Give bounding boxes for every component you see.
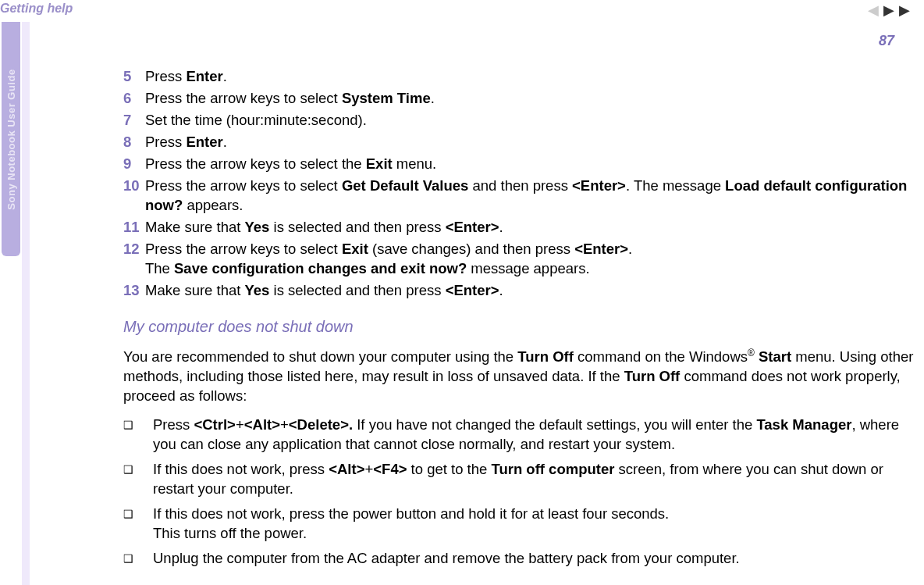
step-number: 9 xyxy=(123,155,145,174)
page-number: 87 xyxy=(879,33,894,49)
bullet-item: ❑ If this does not work, press the power… xyxy=(123,505,922,544)
step-8: 8 Press Enter. xyxy=(123,133,922,152)
nav-next-icon[interactable]: ▶ xyxy=(883,2,894,19)
step-13: 13 Make sure that Yes is selected and th… xyxy=(123,281,922,301)
sidebar-label: Sony Notebook User Guide xyxy=(5,69,17,209)
step-text: Press the arrow keys to select System Ti… xyxy=(145,89,922,109)
step-number: 6 xyxy=(123,89,145,109)
step-number: 11 xyxy=(123,218,145,237)
side-stripe xyxy=(22,22,30,585)
bullet-item: ❑ Press <Ctrl>+<Alt>+<Delete>. If you ha… xyxy=(123,416,922,455)
step-12: 12 Press the arrow keys to select Exit (… xyxy=(123,240,922,279)
nav-next-icon-2[interactable]: ▶ xyxy=(899,2,910,19)
step-text: Press Enter. xyxy=(145,67,922,87)
step-number: 8 xyxy=(123,133,145,152)
step-text: Press Enter. xyxy=(145,133,922,152)
step-text: Set the time (hour:minute:second). xyxy=(145,111,922,130)
step-number: 12 xyxy=(123,240,145,279)
nav-arrows: ◀ ▶ ▶ xyxy=(868,2,910,19)
page-content: 5 Press Enter. 6 Press the arrow keys to… xyxy=(123,67,922,574)
bullet-list: ❑ Press <Ctrl>+<Alt>+<Delete>. If you ha… xyxy=(123,416,922,569)
bullet-icon: ❑ xyxy=(123,505,153,544)
bullet-icon: ❑ xyxy=(123,460,153,499)
nav-prev-icon[interactable]: ◀ xyxy=(868,2,879,19)
step-number: 7 xyxy=(123,111,145,130)
step-5: 5 Press Enter. xyxy=(123,67,922,87)
step-10: 10 Press the arrow keys to select Get De… xyxy=(123,177,922,216)
subheading: My computer does not shut down xyxy=(123,318,922,336)
step-text: Make sure that Yes is selected and then … xyxy=(145,218,922,237)
step-number: 10 xyxy=(123,177,145,216)
bullet-text: If this does not work, press <Alt>+<F4> … xyxy=(153,460,922,499)
step-number: 13 xyxy=(123,281,145,301)
intro-paragraph: You are recommended to shut down your co… xyxy=(123,347,922,406)
sidebar-tab: Sony Notebook User Guide xyxy=(2,22,20,256)
bullet-icon: ❑ xyxy=(123,549,153,569)
step-7: 7 Set the time (hour:minute:second). xyxy=(123,111,922,130)
step-11: 11 Make sure that Yes is selected and th… xyxy=(123,218,922,237)
bullet-item: ❑ Unplug the computer from the AC adapte… xyxy=(123,549,922,569)
bullet-item: ❑ If this does not work, press <Alt>+<F4… xyxy=(123,460,922,499)
step-text: Press the arrow keys to select Exit (sav… xyxy=(145,240,922,279)
step-list: 5 Press Enter. 6 Press the arrow keys to… xyxy=(123,67,922,301)
step-number: 5 xyxy=(123,67,145,87)
step-text: Make sure that Yes is selected and then … xyxy=(145,281,922,301)
bullet-text: Press <Ctrl>+<Alt>+<Delete>. If you have… xyxy=(153,416,922,455)
bullet-text: If this does not work, press the power b… xyxy=(153,505,922,544)
section-title: Getting help xyxy=(0,2,73,16)
step-text: Press the arrow keys to select Get Defau… xyxy=(145,177,922,216)
bullet-text: Unplug the computer from the AC adapter … xyxy=(153,549,922,569)
step-6: 6 Press the arrow keys to select System … xyxy=(123,89,922,109)
bullet-icon: ❑ xyxy=(123,416,153,455)
step-text: Press the arrow keys to select the Exit … xyxy=(145,155,922,174)
step-9: 9 Press the arrow keys to select the Exi… xyxy=(123,155,922,174)
